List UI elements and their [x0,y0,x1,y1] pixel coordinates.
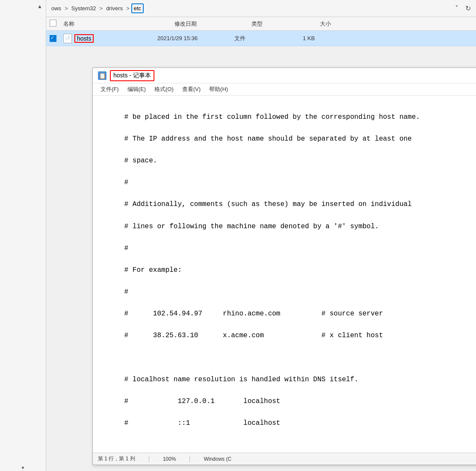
notepad-content[interactable]: # be placed in the first column followed… [93,96,476,453]
breadcrumb-drivers[interactable]: drivers [104,4,124,12]
content-line-11: # 38.25.63.10 x.acme.com # x client host [124,332,383,339]
content-line-8: # For example: [124,266,182,274]
sidebar-toggle-down[interactable]: ▼ [0,465,46,471]
content-area: ows > System32 > drivers > etc ˅ ↻ 名称 修改… [46,0,476,471]
breadcrumb-etc[interactable]: etc [131,3,144,13]
notepad-menubar: 文件(F) 编辑(E) 格式(O) 查看(V) 帮助(H) [93,83,476,96]
notepad-titlebar: hosts - 记事本 [93,68,476,83]
notepad-statusbar: 第 1 行，第 1 列 100% Windows (C [93,453,476,465]
menu-file[interactable]: 文件(F) [96,84,123,94]
content-line-14: # ::1 localhost [124,419,281,427]
file-size-hosts: 1 KB [303,35,346,41]
status-position: 第 1 行，第 1 列 [98,455,135,462]
chevron-up-icon: ▲ [37,3,42,9]
content-line-10: # 102.54.94.97 rhino.acme.com # source s… [124,310,383,318]
file-type-hosts: 文件 [234,35,303,42]
breadcrumb-ows[interactable]: ows [50,4,63,12]
column-size[interactable]: 大小 [320,20,363,28]
notepad-window: hosts - 记事本 文件(F) 编辑(E) 格式(O) 查看(V) 帮助(H… [92,68,476,465]
status-encoding: Windows (C [204,456,231,462]
breadcrumb-sep-1: > [65,5,68,12]
status-separator-1 [149,456,149,462]
file-checkbox[interactable] [50,35,56,42]
breadcrumb-system32[interactable]: System32 [70,4,98,12]
status-zoom: 100% [163,456,176,462]
notepad-title: hosts - 记事本 [110,70,154,81]
content-line-4: # [124,179,129,186]
menu-format[interactable]: 格式(O) [150,84,178,94]
content-line-9: # [124,288,129,296]
sidebar-panel: ▲ ▼ [0,0,46,471]
explorer-controls: ˅ ↻ [453,3,473,13]
status-separator-2 [189,456,190,462]
column-name[interactable]: 名称 [63,20,166,28]
file-row-hosts[interactable]: 📄 hosts 2021/1/29 15:36 文件 1 KB [46,31,476,46]
content-line-3: # space. [124,157,157,165]
content-line-6: # lines or following the machine name de… [124,223,379,230]
file-icon-hosts: 📄 [63,34,72,43]
column-date[interactable]: 修改日期 [166,20,251,28]
menu-edit[interactable]: 编辑(E) [123,84,150,94]
content-line-5: # Additionally, comments (such as these)… [124,200,412,208]
file-date-hosts: 2021/1/29 15:36 [149,35,234,41]
content-line-12: # localhost name resolution is handled w… [124,376,358,383]
menu-help[interactable]: 帮助(H) [205,84,232,94]
breadcrumb-sep-2: > [100,5,103,12]
content-line-2: # The IP address and the host name shoul… [124,135,412,143]
content-line-13: # 127.0.0.1 localhost [124,397,281,405]
content-line-1: # be placed in the first column followed… [124,113,420,121]
refresh-icon[interactable]: ↻ [464,3,473,13]
sidebar-toggle-up[interactable]: ▲ [0,0,46,13]
menu-view[interactable]: 查看(V) [178,84,205,94]
column-headers: 名称 修改日期 类型 大小 [46,17,476,31]
dropdown-icon[interactable]: ˅ [453,3,460,13]
breadcrumb-bar: ows > System32 > drivers > etc ˅ ↻ [46,0,476,17]
column-type[interactable]: 类型 [251,20,320,28]
content-line-7: # [124,244,129,252]
select-all-checkbox[interactable] [50,20,56,26]
breadcrumb-sep-3: > [126,5,130,12]
notepad-app-icon [98,71,106,80]
file-name-hosts[interactable]: hosts [74,34,94,43]
chevron-down-icon: ▼ [21,465,25,470]
